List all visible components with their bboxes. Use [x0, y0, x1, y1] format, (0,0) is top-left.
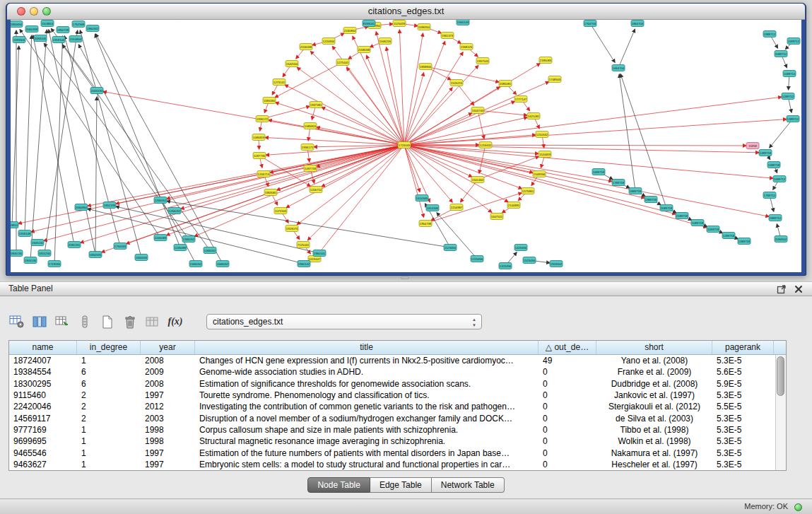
graph-node[interactable]: 1689712	[773, 176, 786, 182]
graph-node[interactable]: 1936171	[301, 144, 314, 151]
graph-node[interactable]: 2060950	[75, 204, 88, 211]
network-selector[interactable]: citations_edges.txt ▲▼	[206, 314, 482, 329]
vertical-scrollbar[interactable]	[775, 355, 786, 470]
graph-node[interactable]: 1089712	[783, 71, 796, 77]
graph-node[interactable]: 1206712	[310, 187, 322, 193]
graph-node[interactable]: 1762568	[72, 21, 85, 28]
graph-node[interactable]: 1621081	[527, 113, 540, 119]
graph-node[interactable]: 1919073	[286, 226, 298, 232]
graph-node[interactable]: 1097735	[253, 153, 266, 159]
graph-node[interactable]: 1189718	[707, 226, 719, 233]
graph-node[interactable]: 2091251	[68, 242, 81, 248]
graph-node[interactable]: 1954738	[419, 221, 432, 227]
graph-node[interactable]: 1089718	[691, 220, 704, 226]
graph-node[interactable]: 1289712	[782, 93, 794, 100]
split-pane-handle[interactable]	[401, 276, 409, 279]
graph-node[interactable]: 1777147	[514, 96, 527, 103]
graph-node[interactable]: 1960141	[313, 250, 326, 257]
window-titlebar[interactable]: citations_edges.txt	[7, 4, 805, 20]
column-header-in_degree[interactable]: in_degree	[77, 341, 141, 354]
minimize-window-button[interactable]	[30, 7, 38, 16]
graph-node[interactable]: 1989718	[645, 197, 657, 203]
graph-node[interactable]: 1905136	[24, 257, 37, 264]
graph-node[interactable]: 1789718	[612, 180, 625, 186]
graph-node[interactable]: 1924502	[550, 261, 563, 267]
graph-node[interactable]: 1863081	[264, 189, 277, 196]
graph-node[interactable]: 1245089	[174, 245, 187, 251]
graph-node[interactable]: 1549556	[533, 171, 546, 177]
graph-node[interactable]: 1850654	[11, 21, 23, 28]
graph-node[interactable]: 2060358	[25, 26, 38, 33]
graph-node[interactable]: 1144469	[539, 151, 551, 158]
column-header-title[interactable]: title	[195, 341, 539, 354]
graph-node[interactable]: 1501462	[471, 177, 484, 183]
table-row[interactable]: 1872400712008Changes of HCN gene express…	[9, 355, 786, 366]
graph-node[interactable]: 1750533	[114, 243, 126, 250]
scrollbar-thumb[interactable]	[777, 356, 784, 396]
graph-node[interactable]: 1523456	[523, 257, 536, 264]
graph-node[interactable]: 1216632	[479, 142, 492, 148]
graph-node[interactable]: 1220834	[322, 38, 335, 45]
table-row[interactable]: 1456911722003Disruption of a novel membe…	[9, 412, 786, 424]
function-builder-icon[interactable]: f(x)	[167, 313, 184, 331]
graph-node[interactable]: 1614346	[426, 205, 439, 211]
graph-node[interactable]: 1805130	[11, 250, 23, 257]
graph-node[interactable]: 1206713	[257, 171, 270, 177]
graph-node[interactable]: 1289718	[722, 233, 735, 239]
graph-node[interactable]: 1489718	[759, 150, 772, 156]
graph-node[interactable]: 1850728	[57, 27, 69, 33]
graph-node[interactable]: 1989712	[763, 31, 776, 37]
graph-node[interactable]: 8183041	[363, 21, 375, 27]
graph-node[interactable]: 2204987	[450, 204, 463, 211]
close-panel-icon[interactable]	[794, 284, 804, 294]
graph-node[interactable]: 2089712	[775, 51, 787, 57]
graph-node[interactable]: 1852193	[103, 202, 116, 209]
graph-node[interactable]: 1566052	[189, 261, 202, 267]
graph-node[interactable]: 1696910	[418, 24, 430, 30]
table-mode-icon[interactable]	[8, 313, 25, 331]
graph-node[interactable]: 1085819	[252, 134, 265, 141]
show-columns-icon[interactable]	[31, 313, 48, 331]
graph-node[interactable]: 1389712	[787, 116, 799, 122]
graph-node[interactable]: 1789712	[763, 192, 776, 199]
graph-node[interactable]: 1815230	[38, 250, 51, 257]
graph-node[interactable]: 1185180	[263, 98, 276, 104]
network-canvas[interactable]: 1858806152021516047431216632150146222049…	[11, 20, 801, 272]
graph-node[interactable]: 1960142	[298, 261, 310, 267]
graph-node[interactable]: 1125439	[393, 21, 406, 27]
column-header-out_degree[interactable]: △ out_de…	[539, 341, 596, 354]
graph-node[interactable]: 2053106	[34, 35, 47, 42]
graph-node[interactable]: 1389718	[738, 238, 751, 245]
graph-node[interactable]: 1423456	[514, 245, 527, 251]
graph-node[interactable]: 1520215	[450, 80, 463, 86]
column-header-year[interactable]: year	[141, 341, 195, 354]
graph-node[interactable]: 1366052	[182, 236, 195, 243]
table-row[interactable]: 911546021997Tourette syndrome. Phenomeno…	[9, 390, 786, 401]
graph-node[interactable]: 1858806	[419, 64, 432, 70]
import-table-icon[interactable]	[54, 313, 71, 331]
graph-node[interactable]: 2185083	[539, 57, 552, 64]
graph-node[interactable]: 1764704	[584, 21, 596, 27]
graph-node[interactable]: 1666052	[216, 261, 229, 267]
graph-node[interactable]: 2245089	[154, 235, 167, 241]
graph-node[interactable]: 1614345	[416, 195, 428, 201]
graph-node[interactable]: 1575861	[522, 188, 534, 194]
graph-node[interactable]: 1689718	[592, 169, 605, 175]
table-disabled-icon[interactable]	[144, 313, 161, 331]
float-panel-icon[interactable]	[777, 284, 787, 294]
close-window-button[interactable]	[17, 7, 25, 16]
graph-node[interactable]: 1323456	[499, 263, 512, 269]
graph-node[interactable]: 2189718	[676, 213, 688, 219]
graph-node[interactable]: 2063190	[90, 88, 103, 94]
graph-node[interactable]: 1266052	[168, 208, 181, 214]
graph-node[interactable]: 1223456	[471, 256, 483, 262]
graph-node[interactable]: 2206058	[300, 44, 312, 50]
graph-node[interactable]: 1604743	[471, 107, 484, 114]
graph-node[interactable]: 1889718	[629, 188, 642, 194]
column-header-pagerank[interactable]: pagerank	[712, 341, 774, 354]
graph-node[interactable]: 1936172	[256, 116, 269, 122]
column-header-name[interactable]: name	[9, 341, 77, 354]
graph-node[interactable]: 1085815	[304, 123, 317, 129]
graph-node[interactable]: 1918106	[52, 37, 65, 43]
graph-node[interactable]: 1860342	[86, 25, 99, 32]
